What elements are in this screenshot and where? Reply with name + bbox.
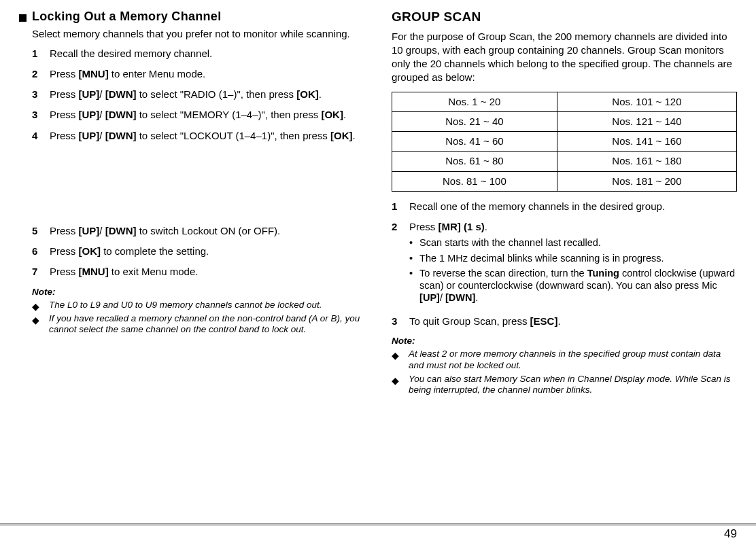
sub-bullet-item: •The 1 MHz decimal blinks while scanning… (409, 252, 737, 264)
step-text: Recall one of the memory channels in the… (409, 200, 737, 213)
note-label: Note: (32, 286, 364, 298)
page-number: 49 (724, 527, 737, 542)
table-cell: Nos. 141 ~ 160 (557, 132, 736, 152)
steps-list-a: 1Recall the desired memory channel.2Pres… (32, 47, 364, 143)
table-row: Nos. 81 ~ 100Nos. 181 ~ 200 (392, 171, 737, 191)
step-number: 2 (392, 220, 400, 308)
step-item: 1Recall the desired memory channel. (32, 47, 364, 60)
group-scan-intro: For the purpose of Group Scan, the 200 m… (392, 30, 737, 85)
sub-bullet-text: To reverse the scan direction, turn the … (419, 267, 737, 304)
table-cell: Nos. 181 ~ 200 (557, 171, 736, 191)
step-item: 6Press [OK] to complete the setting. (32, 245, 364, 258)
display-placeholder (32, 149, 364, 224)
bullet-dot-icon: • (409, 267, 413, 304)
table-cell: Nos. 161 ~ 180 (557, 152, 736, 171)
table-cell: Nos. 61 ~ 80 (392, 152, 557, 171)
step-number: 3 (392, 315, 400, 328)
sub-bullet-item: •Scan starts with the channel last recal… (409, 236, 737, 249)
step-number: 2 (32, 67, 40, 81)
sub-bullet-item: •To reverse the scan direction, turn the… (409, 267, 737, 304)
step-text: Press [MNU] to exit Menu mode. (50, 265, 364, 279)
table-cell: Nos. 121 ~ 140 (557, 111, 736, 131)
section-title: Locking Out a Memory Channel (32, 8, 221, 24)
step-text: Press [UP]/ [DWN] to switch Lockout ON (… (50, 224, 364, 238)
table-cell: Nos. 81 ~ 100 (392, 171, 557, 191)
step-item: 3Press [UP]/ [DWN] to select "MEMORY (1–… (32, 108, 364, 122)
bullet-dot-icon: • (409, 236, 413, 249)
step-item: 3To quit Group Scan, press [ESC]. (392, 315, 737, 328)
step-text: To quit Group Scan, press [ESC]. (409, 315, 737, 328)
table-row: Nos. 61 ~ 80Nos. 161 ~ 180 (392, 152, 737, 171)
step-text: Press [UP]/ [DWN] to select "LOCKOUT (1–… (50, 129, 364, 143)
step-number: 3 (32, 88, 40, 101)
step-number: 5 (32, 224, 40, 238)
table-row: Nos. 1 ~ 20Nos. 101 ~ 120 (392, 92, 737, 111)
step-number: 7 (32, 265, 40, 279)
note-item: ◆At least 2 or more memory channels in t… (392, 349, 737, 370)
step-text: Press [OK] to complete the setting. (50, 245, 364, 258)
step-text: Press [UP]/ [DWN] to select "MEMORY (1–4… (50, 108, 364, 122)
note-text: At least 2 or more memory channels in th… (409, 349, 737, 370)
square-bullet-icon (19, 14, 27, 22)
step-text: Press [UP]/ [DWN] to select "RADIO (1–)"… (50, 88, 364, 101)
step-number: 6 (32, 245, 40, 258)
group-table: Nos. 1 ~ 20Nos. 101 ~ 120Nos. 21 ~ 40Nos… (392, 92, 737, 192)
diamond-icon: ◆ (392, 351, 399, 372)
right-column: GROUP SCAN For the purpose of Group Scan… (392, 8, 737, 398)
step-number: 3 (32, 108, 40, 122)
note-item: ◆The L0 to L9 and U0 to U9 memory channe… (32, 300, 364, 311)
table-row: Nos. 21 ~ 40Nos. 121 ~ 140 (392, 111, 737, 131)
note-item: ◆You can also start Memory Scan when in … (392, 374, 737, 395)
step-item: 7Press [MNU] to exit Menu mode. (32, 265, 364, 279)
right-note-list: ◆At least 2 or more memory channels in t… (392, 349, 737, 395)
step-item: 3Press [UP]/ [DWN] to select "RADIO (1–)… (32, 88, 364, 101)
right-note-label: Note: (392, 335, 737, 347)
step-text: Press [MNU] to enter Menu mode. (50, 67, 364, 81)
section-intro: Select memory channels that you prefer n… (32, 27, 364, 41)
table-cell: Nos. 101 ~ 120 (557, 92, 736, 111)
table-cell: Nos. 1 ~ 20 (392, 92, 557, 111)
step-number: 1 (392, 200, 400, 213)
note-text: If you have recalled a memory channel on… (49, 313, 364, 335)
diamond-icon: ◆ (32, 315, 39, 337)
section-header: Locking Out a Memory Channel (19, 8, 364, 24)
step-item: 4Press [UP]/ [DWN] to select "LOCKOUT (1… (32, 129, 364, 143)
step-text: Press [MR] (1 s).•Scan starts with the c… (409, 220, 737, 308)
step-item: 2Press [MR] (1 s).•Scan starts with the … (392, 220, 737, 308)
sub-bullet-list: •Scan starts with the channel last recal… (409, 236, 737, 304)
step-item: 5Press [UP]/ [DWN] to switch Lockout ON … (32, 224, 364, 238)
group-scan-title: GROUP SCAN (392, 8, 737, 26)
step-number: 1 (32, 47, 40, 60)
diamond-icon: ◆ (32, 302, 39, 313)
bullet-dot-icon: • (409, 252, 413, 264)
footer-rule (0, 523, 756, 525)
table-cell: Nos. 21 ~ 40 (392, 111, 557, 131)
step-item: 1Recall one of the memory channels in th… (392, 200, 737, 213)
diamond-icon: ◆ (392, 376, 399, 397)
table-row: Nos. 41 ~ 60Nos. 141 ~ 160 (392, 132, 737, 152)
note-item: ◆If you have recalled a memory channel o… (32, 313, 364, 335)
note-text: You can also start Memory Scan when in C… (409, 374, 737, 395)
left-column: Locking Out a Memory Channel Select memo… (19, 8, 364, 398)
step-text: Recall the desired memory channel. (50, 47, 364, 60)
note-list: ◆The L0 to L9 and U0 to U9 memory channe… (32, 300, 364, 336)
right-steps-list: 1Recall one of the memory channels in th… (392, 200, 737, 328)
table-cell: Nos. 41 ~ 60 (392, 132, 557, 152)
note-text: The L0 to L9 and U0 to U9 memory channel… (49, 300, 322, 311)
step-item: 2Press [MNU] to enter Menu mode. (32, 67, 364, 81)
sub-bullet-text: The 1 MHz decimal blinks while scanning … (419, 252, 664, 264)
sub-bullet-text: Scan starts with the channel last recall… (419, 236, 601, 249)
step-number: 4 (32, 129, 40, 143)
steps-list-b: 5Press [UP]/ [DWN] to switch Lockout ON … (32, 224, 364, 279)
